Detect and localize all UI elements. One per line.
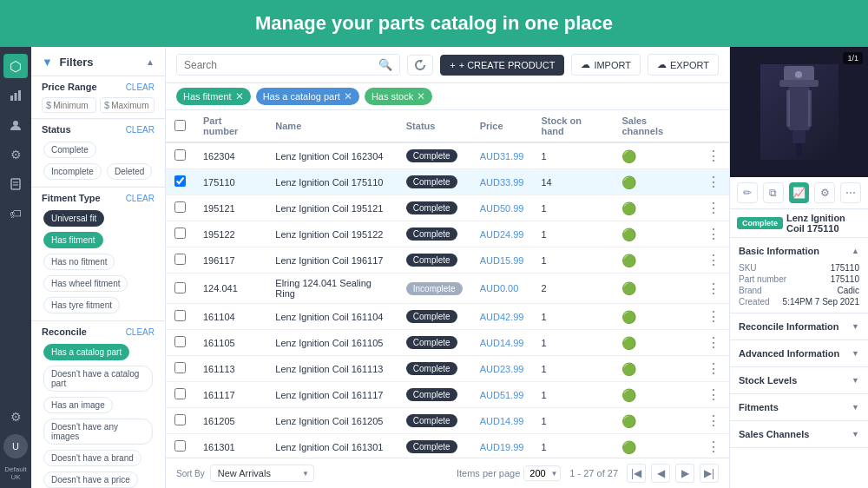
cell-actions[interactable]: ⋮: [698, 434, 729, 458]
active-filter-catalog[interactable]: Has a catalog part ✕: [256, 88, 359, 105]
row-checkbox[interactable]: [174, 414, 186, 425]
cell-actions[interactable]: ⋮: [698, 169, 729, 195]
image-counter: 1/1: [843, 52, 863, 64]
filter-collapse-icon[interactable]: ▲: [146, 57, 155, 67]
active-filter-stock[interactable]: Has stock ✕: [365, 88, 432, 105]
refresh-icon: [415, 60, 425, 70]
cell-actions[interactable]: ⋮: [698, 408, 729, 434]
table-row: 175110 Lenz Ignition Coil 175110 Complet…: [166, 169, 729, 195]
row-checkbox[interactable]: [174, 228, 186, 239]
cell-price: AUD19.99: [471, 434, 533, 458]
row-checkbox[interactable]: [174, 362, 186, 373]
edit-button[interactable]: ✏: [737, 182, 758, 203]
per-page-select[interactable]: 25 50 100 200: [523, 465, 561, 481]
status-clear[interactable]: CLEAR: [126, 125, 155, 135]
row-checkbox[interactable]: [174, 201, 186, 213]
copy-button[interactable]: ⧉: [763, 182, 784, 203]
next-page-button[interactable]: ▶: [675, 464, 694, 483]
advanced-info-header[interactable]: Advanced Information ▼: [739, 346, 859, 361]
row-checkbox[interactable]: [174, 310, 186, 321]
col-stock: Stock on hand: [532, 110, 613, 142]
fitments-header[interactable]: Fitments ▼: [739, 399, 859, 415]
product-title: Lenz Ignition Coil 175110: [786, 213, 861, 234]
first-page-button[interactable]: |◀: [627, 464, 646, 483]
sidebar-icon-avatar[interactable]: U: [3, 434, 28, 458]
status-tag-incomplete[interactable]: Incomplete: [43, 163, 102, 180]
select-all-checkbox[interactable]: [174, 120, 186, 131]
reconcile-tag-no-images[interactable]: Doesn't have any images: [43, 419, 153, 445]
remove-catalog-icon[interactable]: ✕: [344, 90, 352, 102]
row-checkbox[interactable]: [174, 175, 186, 187]
row-checkbox[interactable]: [174, 254, 186, 265]
refresh-button[interactable]: [407, 55, 433, 76]
fitment-tag-has-fitment[interactable]: Has fitment: [43, 232, 103, 248]
sort-select[interactable]: New Arrivals Price: Low to High Price: H…: [210, 465, 314, 482]
export-button[interactable]: ☁ EXPORT: [648, 54, 719, 76]
coil-svg: [775, 64, 823, 160]
reconcile-tag-no-catalog[interactable]: Doesn't have a catalog part: [43, 366, 153, 392]
cell-stock: 1: [532, 195, 613, 221]
price-min-wrap: $: [42, 97, 96, 113]
cell-actions[interactable]: ⋮: [698, 221, 729, 247]
fitment-tag-tyre[interactable]: Has tyre fitment: [43, 297, 120, 313]
table-row: 195121 Lenz Ignition Coil 195121 Complet…: [166, 195, 729, 221]
cell-actions[interactable]: ⋮: [698, 142, 729, 169]
fitment-tag-universal[interactable]: Universal fit: [43, 210, 104, 227]
sidebar-icon-gear[interactable]: ⚙: [3, 142, 28, 167]
table-row: 162304 Lenz Ignition Coil 162304 Complet…: [166, 142, 729, 169]
chart-button[interactable]: 📈: [789, 182, 810, 203]
fitment-tag-wheel[interactable]: Has wheel fitment: [43, 275, 128, 292]
remove-fitment-icon[interactable]: ✕: [235, 90, 244, 102]
sidebar-icon-doc[interactable]: [3, 172, 28, 196]
cell-actions[interactable]: ⋮: [698, 382, 729, 408]
cell-actions[interactable]: ⋮: [698, 330, 729, 356]
remove-stock-icon[interactable]: ✕: [417, 90, 425, 102]
cell-actions[interactable]: ⋮: [698, 247, 729, 274]
sales-channels-header[interactable]: Sales Channels ▼: [739, 426, 859, 442]
sidebar-icon-logo[interactable]: ⬡: [3, 54, 28, 78]
reconcile-clear[interactable]: CLEAR: [126, 327, 155, 337]
cell-sales-channels: 🟢: [613, 142, 698, 169]
reconcile-tag-has-image[interactable]: Has an image: [43, 397, 113, 413]
more-button[interactable]: ⋯: [840, 182, 861, 203]
reconcile-info-header[interactable]: Reconcile Information ▼: [739, 319, 859, 334]
cell-status: Complete: [398, 195, 471, 221]
status-badge: Complete: [406, 414, 457, 427]
status-tag-deleted[interactable]: Deleted: [107, 163, 152, 180]
detail-part-number-row: Part number 175110: [739, 274, 859, 285]
reconcile-tag-no-brand[interactable]: Doesn't have a brand: [43, 450, 141, 466]
basic-info-header[interactable]: Basic Information ▲: [739, 243, 859, 259]
cell-actions[interactable]: ⋮: [698, 274, 729, 304]
reconcile-tag-has-catalog[interactable]: Has a catalog part: [43, 344, 129, 360]
settings-button[interactable]: ⚙: [814, 182, 835, 203]
sidebar-icon-user[interactable]: [3, 113, 28, 137]
sidebar-icon-chart[interactable]: [3, 83, 28, 108]
row-checkbox[interactable]: [174, 388, 186, 399]
prev-page-button[interactable]: ◀: [651, 464, 670, 483]
cell-actions[interactable]: ⋮: [698, 304, 729, 330]
sidebar-icon-settings[interactable]: ⚙: [3, 405, 28, 429]
fitment-type-clear[interactable]: CLEAR: [126, 194, 155, 203]
price-min-input[interactable]: [53, 101, 92, 110]
row-checkbox[interactable]: [174, 149, 186, 161]
cell-status: Complete: [398, 169, 471, 195]
row-checkbox[interactable]: [174, 282, 186, 293]
basic-info-title: Basic Information: [739, 246, 819, 256]
price-max-input[interactable]: [111, 101, 150, 110]
filter-icon: ▼: [42, 56, 53, 69]
row-checkbox[interactable]: [174, 440, 186, 452]
fitment-tag-no-fitment[interactable]: Has no fitment: [43, 254, 115, 270]
last-page-button[interactable]: ▶|: [700, 464, 719, 483]
import-button[interactable]: ☁ IMPORT: [571, 54, 641, 76]
reconcile-tag-no-price[interactable]: Doesn't have a price: [43, 472, 138, 488]
active-filter-fitment[interactable]: Has fitment ✕: [176, 88, 251, 105]
row-checkbox[interactable]: [174, 336, 186, 347]
cell-actions[interactable]: ⋮: [698, 356, 729, 382]
stock-levels-header[interactable]: Stock Levels ▼: [739, 373, 859, 388]
cell-actions[interactable]: ⋮: [698, 195, 729, 221]
create-product-button[interactable]: + + CREATE PRODUCT: [440, 55, 564, 76]
price-range-clear[interactable]: CLEAR: [126, 82, 155, 92]
sidebar-icon-tag[interactable]: 🏷: [3, 201, 28, 226]
status-tag-complete[interactable]: Complete: [43, 142, 96, 158]
search-input[interactable]: [184, 59, 378, 71]
